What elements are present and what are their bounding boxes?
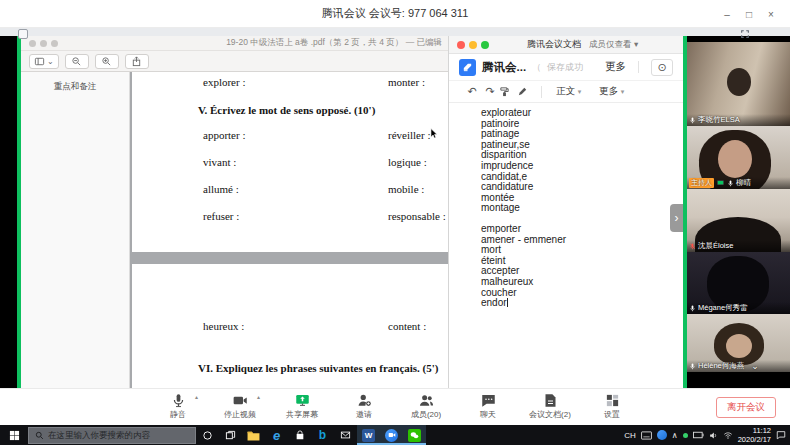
- start-button[interactable]: [0, 425, 28, 445]
- redo-button[interactable]: ↷: [481, 85, 499, 98]
- word-line: coucher: [481, 288, 683, 299]
- settings-button[interactable]: 设置: [589, 393, 635, 420]
- search-input[interactable]: [48, 430, 188, 440]
- word-line: malheureux: [481, 277, 683, 288]
- weather-tray-icon[interactable]: [657, 430, 667, 440]
- invite-button[interactable]: 邀请: [341, 393, 387, 420]
- participant-label: 李晓竹ELSA: [687, 114, 790, 126]
- close-dot[interactable]: [457, 41, 465, 49]
- sidebar-toggle-button[interactable]: ⌄: [29, 54, 59, 69]
- participant-name: Hélène何海燕: [698, 361, 744, 371]
- traffic-lights: [29, 40, 58, 47]
- tencent-meeting-icon[interactable]: [380, 425, 403, 445]
- participant-label: 主持人 柳晴: [687, 177, 790, 189]
- undo-button[interactable]: ↶: [463, 85, 481, 98]
- mail-icon[interactable]: [334, 425, 357, 445]
- toolbar-more-dropdown[interactable]: 更多 ▾: [599, 85, 624, 98]
- show-hidden-icons-caret[interactable]: ∧: [672, 431, 678, 440]
- cortana-icon[interactable]: [196, 425, 219, 445]
- video-thumb-host[interactable]: 主持人 柳晴: [687, 126, 790, 189]
- screen-sharing-icon: [716, 179, 725, 187]
- battery-icon[interactable]: [693, 431, 704, 439]
- mouse-cursor-icon: [430, 128, 438, 139]
- present-button[interactable]: ⊙: [651, 59, 673, 76]
- pdf-text: heureux :: [203, 320, 244, 332]
- close-button[interactable]: ×: [760, 9, 782, 20]
- edge-icon[interactable]: e: [265, 425, 288, 445]
- members-icon: [419, 393, 434, 408]
- collapse-list-chevron[interactable]: ⌄: [751, 361, 759, 371]
- divider: [541, 86, 542, 98]
- document-title[interactable]: 腾讯会...: [482, 60, 526, 75]
- more-button[interactable]: 更多: [605, 60, 626, 74]
- word-line: montage: [481, 203, 683, 214]
- maximize-button[interactable]: □: [738, 9, 760, 20]
- camera-icon: [233, 393, 248, 408]
- document-editor[interactable]: explorateur patinoire patinage patineur,…: [449, 103, 683, 388]
- docs-header: 腾讯会... （ 保存成功 更多 ⊙: [449, 54, 683, 81]
- members-button[interactable]: 成员(20): [403, 393, 449, 420]
- close-dot[interactable]: [29, 40, 36, 47]
- format-painter-button[interactable]: [499, 86, 517, 97]
- zoom-out-button[interactable]: [65, 54, 89, 69]
- invite-icon: [357, 393, 372, 408]
- bing-icon[interactable]: b: [311, 425, 334, 445]
- video-thumb-participant-1[interactable]: 李晓竹ELSA: [687, 42, 790, 126]
- minimize-dot[interactable]: [469, 41, 477, 49]
- title-paren: （: [532, 61, 541, 74]
- volume-icon[interactable]: [709, 431, 718, 440]
- minimize-dot[interactable]: [40, 40, 47, 47]
- pen-button[interactable]: [517, 86, 535, 97]
- action-center-icon[interactable]: [776, 430, 786, 440]
- pdf-filename: 19-20 中级法语上 a卷 .pdf（第 2 页，共 4 页） — 已编辑: [61, 37, 442, 49]
- time: 11:12: [738, 426, 771, 435]
- word-icon[interactable]: W: [357, 425, 380, 445]
- task-view-icon[interactable]: [219, 425, 242, 445]
- mute-button[interactable]: ▴ 静音: [155, 393, 201, 420]
- left-black-column: [0, 36, 17, 388]
- zoom-dot[interactable]: [51, 40, 58, 47]
- video-thumb-participant-3[interactable]: 沈晨Éloise: [687, 189, 790, 252]
- touch-keyboard-icon[interactable]: [641, 431, 652, 440]
- caret-up-icon[interactable]: ▴: [195, 393, 198, 400]
- pdf-text: logique :: [388, 156, 427, 168]
- panel-collapse-arrow[interactable]: ›: [670, 204, 683, 232]
- wifi-icon[interactable]: [723, 431, 733, 440]
- caret-down-icon: ▾: [621, 88, 625, 95]
- pdf-text: responsable :: [388, 210, 446, 222]
- video-thumb-participant-5[interactable]: Hélène何海燕 ⌄: [687, 314, 790, 372]
- file-explorer-icon[interactable]: [242, 425, 265, 445]
- stop-video-button[interactable]: ▴ 停止视频: [217, 393, 263, 420]
- paragraph-style-dropdown[interactable]: 正文 ▾: [556, 85, 581, 98]
- pdf-canvas[interactable]: explorer : monter : V. Écrivez le mot de…: [130, 72, 448, 388]
- chat-button[interactable]: 聊天: [465, 393, 511, 420]
- taskbar-search[interactable]: [28, 427, 196, 444]
- share-top-strip: [0, 28, 790, 36]
- word-line: amener - emmener: [481, 235, 683, 246]
- video-thumb-participant-4[interactable]: Mégane何秀雷: [687, 252, 790, 314]
- participant-silhouette: [727, 68, 751, 96]
- share-float-icon[interactable]: [18, 29, 28, 39]
- wechat-tray-icon[interactable]: [683, 433, 688, 438]
- preview-titlebar: 19-20 中级法语上 a卷 .pdf（第 2 页，共 4 页） — 已编辑: [21, 36, 448, 51]
- expand-fullscreen-icon[interactable]: [740, 29, 750, 39]
- text-caret: [507, 298, 508, 307]
- view-mode-dropdown[interactable]: 成员仅查看 ▾: [589, 39, 638, 51]
- participant-name: 沈晨Éloise: [698, 241, 733, 251]
- share-button[interactable]: [125, 54, 149, 69]
- minimize-button[interactable]: –: [716, 9, 738, 20]
- microsoft-store-icon[interactable]: [288, 425, 311, 445]
- mic-muted-icon: [689, 243, 696, 250]
- zoom-in-button[interactable]: [95, 54, 119, 69]
- window-controls: – □ ×: [716, 0, 782, 28]
- ime-indicator[interactable]: CH: [624, 431, 636, 440]
- video-panel: 李晓竹ELSA 主持人 柳晴 沈晨Éloise Mégane何秀: [687, 36, 790, 388]
- clock[interactable]: 11:12 2020/2/17: [738, 426, 771, 444]
- zoom-dot[interactable]: [481, 41, 489, 49]
- meeting-docs-button[interactable]: 会议文档(2): [527, 393, 573, 420]
- wechat-icon[interactable]: [403, 425, 426, 445]
- caret-up-icon[interactable]: ▴: [257, 393, 260, 400]
- share-screen-button[interactable]: 共享屏幕: [279, 393, 325, 420]
- leave-meeting-button[interactable]: 离开会议: [716, 397, 776, 418]
- pdf-section-vi-title: VI. Expliquez les phrases suivantes en f…: [198, 362, 444, 374]
